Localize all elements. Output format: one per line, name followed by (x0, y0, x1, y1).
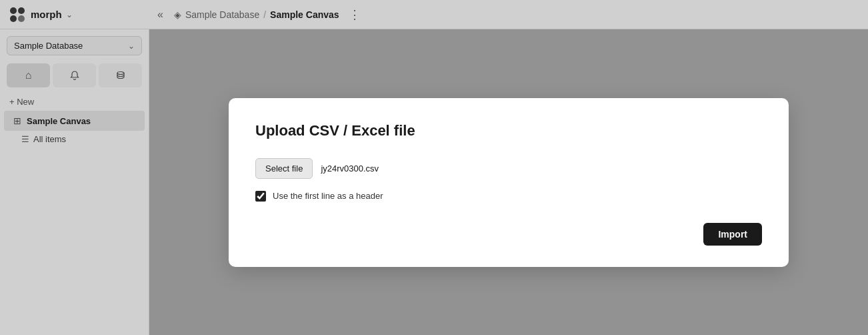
breadcrumb-canvas: Sample Canvas (270, 9, 339, 20)
main-layout: Sample Database ⌄ ⌂ + New ⊞ Sampl (0, 29, 868, 335)
sidebar: Sample Database ⌄ ⌂ + New ⊞ Sampl (0, 29, 149, 335)
header-checkbox[interactable] (255, 191, 266, 202)
bell-icon (69, 70, 80, 81)
svg-point-3 (18, 15, 25, 22)
content-area: Upload CSV / Excel file Select file jy24… (149, 29, 868, 335)
more-options-icon[interactable]: ⋮ (349, 7, 361, 22)
header-checkbox-label: Use the first line as a header (273, 191, 383, 201)
home-icon-button[interactable]: ⌂ (7, 63, 50, 87)
collapse-sidebar-button[interactable]: « (157, 9, 163, 21)
upload-modal: Upload CSV / Excel file Select file jy24… (229, 98, 789, 267)
breadcrumb: ◈ Sample Database / Sample Canvas ⋮ (163, 7, 860, 22)
app-name: morph (31, 9, 62, 20)
breadcrumb-database[interactable]: Sample Database (185, 9, 259, 20)
modal-overlay: Upload CSV / Excel file Select file jy24… (149, 29, 868, 335)
list-icon: ☰ (21, 134, 29, 144)
new-button[interactable]: + New (0, 93, 149, 111)
database-icon-button[interactable] (99, 63, 142, 87)
svg-point-0 (10, 7, 17, 14)
topbar: morph ⌄ « ◈ Sample Database / Sample Can… (0, 0, 868, 29)
svg-point-2 (10, 15, 17, 22)
import-button[interactable]: Import (703, 223, 762, 246)
all-items-label: All items (33, 134, 66, 144)
file-name-display: jy24rv0300.csv (321, 163, 379, 174)
app-chevron-icon[interactable]: ⌄ (66, 10, 73, 19)
sidebar-item-sample-canvas[interactable]: ⊞ Sample Canvas (4, 111, 145, 131)
modal-title: Upload CSV / Excel file (255, 122, 762, 139)
database-selector[interactable]: Sample Database ⌄ (7, 36, 142, 55)
database-selector-chevron: ⌄ (128, 41, 135, 51)
sidebar-item-all-items[interactable]: ☰ All items (0, 131, 149, 147)
file-input-row: Select file jy24rv0300.csv (255, 158, 762, 179)
sidebar-icon-row: ⌂ (0, 61, 149, 93)
sidebar-item-label: Sample Canvas (27, 116, 91, 126)
header-checkbox-row: Use the first line as a header (255, 191, 762, 202)
breadcrumb-separator: / (263, 9, 266, 20)
canvas-grid-icon: ⊞ (13, 115, 21, 126)
database-icon (115, 70, 126, 81)
topbar-left: morph ⌄ (8, 5, 157, 24)
database-selector-name: Sample Database (14, 41, 83, 51)
modal-footer: Import (255, 223, 762, 246)
svg-point-1 (18, 7, 25, 14)
select-file-button[interactable]: Select file (255, 158, 313, 179)
svg-point-4 (117, 72, 124, 75)
bell-icon-button[interactable] (53, 63, 96, 87)
morph-logo (8, 5, 27, 24)
breadcrumb-db-icon: ◈ (174, 9, 181, 20)
